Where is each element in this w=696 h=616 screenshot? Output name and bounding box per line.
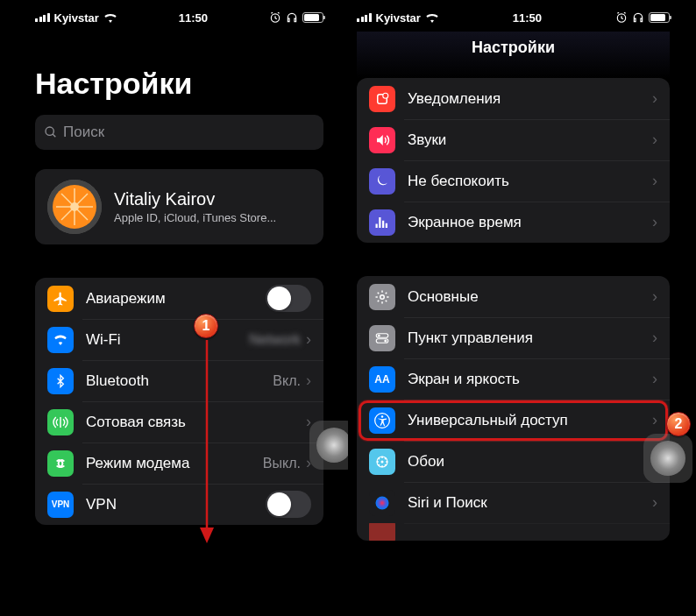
chevron-icon: ›	[652, 287, 657, 306]
sounds-icon	[369, 127, 395, 153]
chevron-icon: ›	[306, 330, 311, 349]
profile-name: Vitaliy Kairov	[114, 189, 276, 209]
svg-point-31	[376, 496, 389, 509]
accessibility-icon	[369, 407, 395, 434]
row-notifications[interactable]: Уведомления ›	[357, 78, 670, 119]
wifi-icon	[425, 12, 439, 23]
profile-card[interactable]: Vitaliy Kairov Apple ID, iCloud, iTunes …	[35, 169, 323, 244]
row-label: Авиарежим	[86, 290, 266, 308]
row-screentime[interactable]: Экранное время ›	[357, 202, 670, 243]
right-screen: Kyivstar 11:50 Настройки Уведомления › З…	[348, 0, 696, 616]
chevron-icon: ›	[652, 411, 657, 429]
row-hotspot[interactable]: Режим модема Выкл. ›	[35, 443, 323, 484]
svg-point-28	[385, 457, 387, 459]
hotspot-icon	[47, 450, 74, 477]
row-label: Основные	[408, 288, 652, 306]
svg-point-20	[381, 415, 384, 418]
row-control-center[interactable]: Пункт управления ›	[357, 317, 670, 358]
row-cellular[interactable]: Сотовая связь ›	[35, 401, 323, 443]
row-label: Экран и яркость	[408, 371, 652, 388]
svg-point-29	[378, 464, 380, 465]
scroll-arrow-icon	[200, 340, 214, 543]
svg-point-27	[378, 457, 380, 459]
chevron-icon: ›	[652, 131, 657, 149]
screentime-icon	[369, 209, 395, 236]
svg-point-14	[380, 294, 385, 299]
row-label: Режим модема	[86, 455, 263, 472]
airplane-icon	[47, 286, 74, 312]
clock: 11:50	[179, 11, 208, 25]
search-icon	[44, 125, 58, 139]
row-label: Wi-Fi	[86, 331, 249, 349]
chevron-icon: ›	[306, 372, 311, 390]
control-center-icon	[369, 325, 395, 351]
svg-point-24	[381, 465, 383, 467]
svg-point-1	[46, 127, 53, 135]
row-wallpaper[interactable]: Обои ›	[357, 441, 670, 482]
step-badge-2: 2	[666, 412, 691, 436]
settings-group-notifications: Уведомления › Звуки › Не беспокоить › Эк…	[357, 78, 670, 243]
battery-icon	[302, 12, 323, 23]
row-dnd[interactable]: Не беспокоить ›	[357, 160, 670, 202]
signal-icon	[357, 13, 372, 22]
page-title: Настройки	[35, 32, 323, 115]
profile-subtitle: Apple ID, iCloud, iTunes Store...	[114, 211, 276, 224]
svg-point-16	[378, 334, 380, 336]
status-bar: Kyivstar 11:50	[357, 0, 670, 32]
step-badge-1: 1	[194, 314, 218, 338]
row-label: Сотовая связь	[86, 414, 306, 431]
headphones-icon	[286, 11, 298, 24]
signal-icon	[35, 13, 50, 22]
row-partial[interactable]	[357, 523, 670, 541]
svg-point-25	[377, 460, 379, 462]
chevron-icon: ›	[652, 370, 657, 388]
row-sounds[interactable]: Звуки ›	[357, 119, 670, 160]
wallpaper-icon	[369, 449, 395, 475]
row-siri[interactable]: Siri и Поиск ›	[357, 482, 670, 523]
row-general[interactable]: Основные ›	[357, 276, 670, 317]
assistive-touch-button[interactable]	[643, 434, 692, 483]
siri-icon	[369, 490, 395, 516]
avatar	[47, 180, 102, 234]
vpn-toggle[interactable]	[266, 491, 311, 518]
chevron-icon: ›	[652, 172, 657, 190]
settings-group-general: Основные › Пункт управления › AA Экран и…	[357, 276, 670, 541]
headphones-icon	[632, 11, 644, 24]
general-icon	[369, 284, 395, 310]
row-wifi[interactable]: Wi-Fi Network ›	[35, 319, 323, 360]
wifi-settings-icon	[47, 327, 74, 353]
row-vpn[interactable]: VPN VPN	[35, 484, 323, 525]
svg-point-30	[385, 464, 387, 465]
alarm-icon	[269, 11, 281, 24]
settings-group-network: Авиарежим Wi-Fi Network › Bluetooth Вкл.…	[35, 278, 323, 525]
row-label: Siri и Поиск	[408, 494, 652, 512]
bluetooth-value: Вкл.	[273, 373, 301, 389]
row-airplane[interactable]: Авиарежим	[35, 278, 323, 319]
bluetooth-icon	[47, 368, 74, 394]
svg-point-26	[386, 460, 387, 462]
chevron-icon: ›	[652, 493, 657, 512]
airplane-toggle[interactable]	[266, 285, 311, 312]
row-accessibility[interactable]: Универсальный доступ ›	[357, 400, 670, 441]
notifications-icon	[369, 86, 395, 112]
row-label: Не беспокоить	[408, 173, 652, 190]
chevron-icon: ›	[652, 329, 657, 347]
dnd-icon	[369, 168, 395, 195]
vpn-icon: VPN	[47, 492, 74, 518]
row-display[interactable]: AA Экран и яркость ›	[357, 358, 670, 400]
status-bar: Kyivstar 11:50	[35, 0, 323, 32]
clock: 11:50	[513, 11, 542, 25]
chevron-icon: ›	[652, 213, 657, 231]
row-label: Экранное время	[408, 214, 652, 231]
left-screen: Kyivstar 11:50 Настройки Поиск Vitaliy K…	[0, 0, 348, 616]
row-label: Пункт управления	[408, 329, 652, 347]
row-bluetooth[interactable]: Bluetooth Вкл. ›	[35, 360, 323, 401]
hotspot-value: Выкл.	[263, 456, 301, 471]
svg-point-18	[384, 339, 387, 342]
row-label: Уведомления	[408, 90, 652, 108]
nav-title: Настройки	[357, 32, 670, 78]
wifi-icon	[103, 12, 117, 23]
search-input[interactable]: Поиск	[35, 115, 323, 150]
svg-point-23	[381, 456, 383, 457]
row-label: VPN	[86, 496, 266, 513]
